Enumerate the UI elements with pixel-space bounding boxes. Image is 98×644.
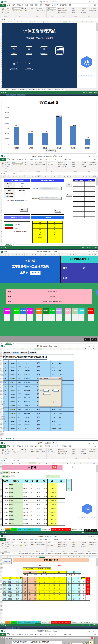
column-header-AA[interactable]: AA: [85, 254, 88, 256]
column-header-H[interactable]: H: [33, 21, 37, 23]
wrap-text-button[interactable]: ☷ 自动换行: [36, 448, 42, 450]
qat-icon[interactable]: ↶: [5, 442, 6, 444]
process-combo[interactable]: ▾: [54, 389, 59, 392]
ribbon-tab-6[interactable]: 审阅: [34, 633, 39, 636]
row-header[interactable]: 13: [0, 209, 2, 212]
column-header-J[interactable]: J: [28, 175, 31, 177]
ime-button[interactable]: ;: [88, 529, 91, 532]
dialog-close-button[interactable]: ✕: [59, 378, 61, 379]
row-header[interactable]: 20: [0, 228, 2, 230]
confirm-button[interactable]: 确认: [54, 400, 59, 403]
font-style-buttons[interactable]: B I U ▾ ⊞▾ ◆▾ A▾ 文▾: [11, 451, 27, 453]
menu-check-button[interactable]: [88, 314, 94, 321]
column-header-U[interactable]: U: [89, 21, 94, 23]
ribbon-tab-8[interactable]: 开发工具: [43, 538, 51, 541]
ribbon-tab-5[interactable]: 数据: [29, 445, 34, 448]
sheet-tab-登录界面[interactable]: 登录界面: [5, 342, 12, 344]
fill-button[interactable]: ⬇ 填充 ▾: [81, 10, 87, 11]
menu-check-button[interactable]: [13, 314, 20, 321]
sap-field-value[interactable]: 003: [15, 185, 30, 188]
sheet-toolbar-button[interactable]: 新增记录: [11, 351, 20, 354]
add-sheet-button[interactable]: ⊕: [12, 342, 14, 344]
ribbon-tab-7[interactable]: 视图: [39, 158, 43, 161]
clear-button[interactable]: Clear: [66, 193, 72, 196]
row-header[interactable]: 28: [0, 76, 2, 78]
column-header-D[interactable]: D: [26, 348, 34, 350]
ribbon-tab-9[interactable]: 方方格子: [51, 445, 59, 448]
column-header-AC[interactable]: AC: [88, 175, 92, 177]
row-header[interactable]: 13: [0, 46, 2, 48]
row-header[interactable]: [object Object]: [0, 566, 2, 570]
row-header[interactable]: 3,2019/5/4,结存,PC10-04,冲六角,4,10.50,1051,: [0, 360, 2, 364]
window-control-button[interactable]: ?: [87, 442, 87, 444]
formula-input[interactable]: [16, 172, 98, 175]
column-header-V[interactable]: V: [93, 21, 98, 23]
row-header[interactable]: [object Object]: [0, 562, 2, 566]
ribbon-tab-8[interactable]: 开发工具: [43, 633, 51, 636]
row-header[interactable]: 12,2019/5/6,结存,PC10-04,冲六角,4,13.60,468,: [0, 402, 2, 408]
sheet-tab-进出库登记明细表[interactable]: 进出库登记明细表: [23, 528, 35, 531]
row-header[interactable]: 26: [0, 72, 2, 74]
macro-record-icon[interactable]: ▦: [5, 624, 6, 626]
row-header[interactable]: [object Object]: [0, 616, 2, 621]
sheet-tab-打印发 …[interactable]: 打印发 …: [83, 621, 91, 624]
row-header[interactable]: 31: [0, 82, 2, 84]
row-header[interactable]: 11: [0, 42, 2, 44]
column-header-O[interactable]: O: [47, 254, 50, 256]
row-header[interactable]: [object Object]: [0, 488, 2, 493]
sheet-nav-arrows[interactable]: ◂ ▸: [0, 89, 5, 90]
sheet-tab-首页[interactable]: 首页: [5, 88, 9, 91]
ribbon-tab-10[interactable]: DIY工具箱: [59, 4, 68, 7]
row-header[interactable]: 23: [0, 66, 2, 68]
select-all-corner[interactable]: [0, 556, 2, 558]
column-header-P[interactable]: P: [47, 175, 50, 177]
sheet-tab-商品进出查询[interactable]: 商品进出查询: [51, 528, 61, 531]
select-all-corner[interactable]: [0, 348, 2, 350]
column-header-R[interactable]: R: [56, 254, 60, 256]
column-header-AC[interactable]: AC: [92, 254, 95, 256]
sheet-tab-入库单[interactable]: 入库单: [5, 528, 11, 531]
sap-field-value[interactable]: 21550119: [15, 188, 30, 192]
ribbon-tab-6[interactable]: 审阅: [34, 158, 39, 161]
menu-check-button[interactable]: [56, 314, 62, 321]
row-header[interactable]: 6,2019/5/5,结存,MCH8-G02,冲六角,4,14.10,903,: [0, 374, 2, 379]
merge-center-button[interactable]: ⧉ 合并后居中 ▾: [37, 451, 45, 452]
row-header[interactable]: [object Object]: [0, 476, 2, 482]
number-format-box[interactable]: 常规 ▾: [47, 162, 56, 164]
qat-icon[interactable]: ▤: [3, 536, 5, 537]
ribbon-tab-4[interactable]: 公式: [24, 445, 29, 448]
qat-icon[interactable]: ↶: [5, 346, 6, 347]
window-control-button[interactable]: ▤: [89, 346, 90, 347]
window-control-button[interactable]: ▢: [93, 1, 95, 2]
row-header[interactable]: 8: [0, 36, 2, 38]
row-header[interactable]: 4,2019/5/4,结存,PC06-G01,冲六角,5,13.60,1323,: [0, 364, 2, 370]
row-header[interactable]: 17: [0, 220, 2, 222]
ribbon-tab-11[interactable]: 团队: [68, 538, 72, 541]
column-header-C[interactable]: C: [9, 254, 12, 256]
row-header[interactable]: [object Object]: [0, 470, 2, 476]
window-control-button[interactable]: ✕: [96, 630, 97, 632]
name-box[interactable]: H17 ▾: [0, 552, 10, 556]
column-header-R[interactable]: R: [76, 21, 80, 23]
row-header[interactable]: [object Object]: [0, 510, 2, 516]
row-header[interactable]: 24: [0, 238, 2, 240]
menu-check-button[interactable]: [49, 314, 55, 321]
format-painter-button[interactable]: ✎ 格式刷: [5, 546, 10, 549]
font-size-box[interactable]: 11 ▾: [20, 542, 23, 544]
menu-check-button[interactable]: [78, 314, 85, 321]
column-header-T[interactable]: T: [63, 254, 66, 256]
ribbon-tab-8[interactable]: 开发工具: [43, 445, 51, 448]
window-control-button[interactable]: ?: [87, 1, 87, 2]
font-size-box[interactable]: 10 ▾: [20, 162, 23, 164]
ribbon-tab-6[interactable]: 审阅: [34, 538, 39, 541]
ribbon-tab-9[interactable]: 方方格子: [51, 633, 59, 636]
column-header-M[interactable]: M: [82, 348, 90, 350]
row-header[interactable]: 2: [0, 180, 2, 183]
column-header-Q[interactable]: Q: [50, 175, 53, 177]
ribbon-tab-9[interactable]: 方方格子: [51, 4, 59, 7]
format-cells-button[interactable]: ▤ 格式 ▾: [72, 546, 76, 548]
column-header-AG[interactable]: AG: [84, 462, 91, 464]
clear-button[interactable]: ⌫ 清除 ▾: [81, 12, 87, 13]
row-header[interactable]: 21: [0, 230, 2, 232]
dashboard-button[interactable]: ▁▃▅▇ 工资汇总表: [55, 46, 64, 54]
